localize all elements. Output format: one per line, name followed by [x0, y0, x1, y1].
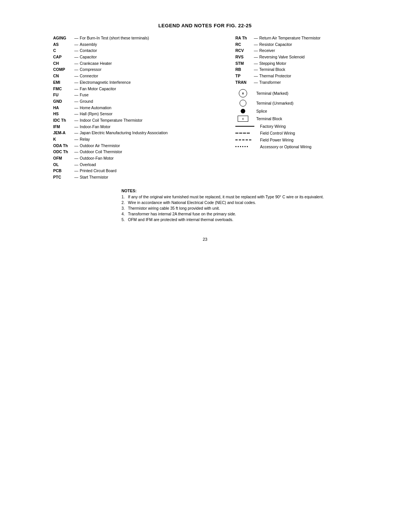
- field-power-wiring-icon: [235, 140, 254, 140]
- symbol-row: Terminal (Unmarked): [235, 100, 357, 107]
- legend-row: IFM—Indoor-Fan Motor: [53, 124, 228, 130]
- legend-key: PTC: [53, 174, 73, 180]
- legend-dash: —: [73, 48, 80, 53]
- legend-dash: —: [73, 80, 80, 85]
- legend-value: Overload: [80, 162, 228, 168]
- accessory-wiring-icon: [235, 146, 254, 147]
- legend-dash: —: [252, 61, 259, 66]
- legend-value: Hall (Rpm) Sensor: [80, 111, 228, 117]
- legend-key: CH: [53, 61, 73, 66]
- legend-dash: —: [73, 168, 80, 174]
- legend-row: RVS—Reversing Valve Solenoid: [235, 54, 357, 60]
- legend-dash: —: [73, 54, 80, 60]
- legend-row: RCV—Receiver: [235, 48, 357, 53]
- terminal-marked-icon: x: [235, 89, 251, 97]
- legend-row: PTC—Start Thermistor: [53, 174, 228, 180]
- legend-row: ODC Th—Outdoor Coil Thermistor: [53, 149, 228, 155]
- legend-key: OL: [53, 162, 73, 168]
- main-content: AGING—For Burn-In Test (short these term…: [53, 35, 357, 181]
- legend-dash: —: [73, 105, 80, 111]
- note-number: 2.: [121, 200, 126, 205]
- note-text: OFM and IFM are protected with internal …: [128, 217, 233, 222]
- legend-value: Compressor: [80, 67, 228, 72]
- legend-row: K—Relay: [53, 137, 228, 142]
- legend-key: ODA Th: [53, 143, 73, 149]
- legend-key: AS: [53, 42, 73, 47]
- legend-dash: —: [73, 149, 80, 155]
- note-number: 4.: [121, 212, 126, 216]
- legend-dash: —: [73, 35, 80, 41]
- page-title: LEGEND AND NOTES FOR FIG. 22-25: [53, 23, 357, 28]
- splice-icon: [235, 109, 251, 113]
- legend-key: GND: [53, 99, 73, 104]
- legend-dash: —: [73, 67, 80, 72]
- legend-key: EMI: [53, 80, 73, 85]
- notes-section: NOTES: 1.If any of the original wire fur…: [53, 188, 357, 222]
- legend-value: Indoor-Fan Motor: [80, 124, 228, 130]
- legend-row: CN—Connector: [53, 73, 228, 79]
- legend-row: OL—Overload: [53, 162, 228, 168]
- legend-value: Outdoor-Fan Motor: [80, 155, 228, 161]
- note-text: Wire in accordance with National Electri…: [128, 200, 256, 205]
- legend-value: Fuse: [80, 92, 228, 98]
- legend-dash: —: [252, 54, 259, 60]
- legend-row: AS—Assembly: [53, 42, 228, 47]
- legend-key: RA Th: [235, 35, 252, 41]
- legend-value: Crankcase Heater: [80, 61, 228, 66]
- legend-key: JEM-A: [53, 130, 73, 136]
- legend-dash: —: [73, 118, 80, 123]
- terminal-block-icon: x: [235, 116, 251, 122]
- legend-row: CAP—Capacitor: [53, 54, 228, 60]
- legend-row: EMI—Electromagnetic Interference: [53, 80, 228, 85]
- legend-row: JEM-A—Japan Electric Manufacturing Indus…: [53, 130, 228, 136]
- legend-dash: —: [73, 124, 80, 130]
- legend-row: OFM—Outdoor-Fan Motor: [53, 155, 228, 161]
- legend-dash: —: [73, 73, 80, 79]
- legend-dash: —: [252, 67, 259, 72]
- legend-value: Stepping Motor: [259, 61, 357, 66]
- factory-wiring-icon: [235, 126, 254, 127]
- note-item: 2.Wire in accordance with National Elect…: [121, 200, 357, 205]
- legend-key: TP: [235, 73, 252, 79]
- legend-dash: —: [252, 73, 259, 79]
- note-item: 3.Thermistor wiring cable 35 ft long pro…: [121, 206, 357, 210]
- legend-value: Thermal Protector: [259, 73, 357, 79]
- symbol-row: xTerminal Block: [235, 116, 357, 122]
- legend-row: IDC Th—Indoor Coil Temperature Thermisto…: [53, 118, 228, 123]
- legend-value: Ground: [80, 99, 228, 104]
- note-number: 3.: [121, 206, 126, 210]
- notes-title: NOTES:: [121, 188, 357, 193]
- legend-row: RA Th—Return Air Temperature Thermistor: [235, 35, 357, 41]
- legend-key: RVS: [235, 54, 252, 60]
- legend-key: TRAN: [235, 80, 252, 85]
- legend-row: ODA Th—Outdoor Air Thermistor: [53, 143, 228, 149]
- legend-value: Connector: [80, 73, 228, 79]
- legend-dash: —: [252, 35, 259, 41]
- legend-key: C: [53, 48, 73, 53]
- legend-value: Capacitor: [80, 54, 228, 60]
- legend-key: STM: [235, 61, 252, 66]
- legend-value: Assembly: [80, 42, 228, 47]
- note-item: 4.Transformer has internal 2A thermal fu…: [121, 212, 357, 216]
- legend-key: FMC: [53, 86, 73, 92]
- legend-row: TP—Thermal Protector: [235, 73, 357, 79]
- note-text: Thermistor wiring cable 35 ft long provi…: [128, 206, 220, 210]
- field-control-wiring-icon: [235, 133, 254, 133]
- symbol-label: Terminal (Marked): [256, 91, 289, 96]
- legend-value: Return Air Temperature Thermistor: [259, 35, 357, 41]
- legend-key: HA: [53, 105, 73, 111]
- symbol-label: Accessory or Optional Wiring: [260, 144, 311, 149]
- legend-key: ODC Th: [53, 149, 73, 155]
- symbol-row: Accessory or Optional Wiring: [235, 144, 357, 149]
- legend-value: Relay: [80, 137, 228, 142]
- legend-key: RCV: [235, 48, 252, 53]
- legend-key: RC: [235, 42, 252, 47]
- legend-key: FU: [53, 92, 73, 98]
- legend-dash: —: [73, 61, 80, 66]
- legend-key: CAP: [53, 54, 73, 60]
- legend-dash: —: [252, 48, 259, 53]
- legend-key: COMP: [53, 67, 73, 72]
- page: LEGEND AND NOTES FOR FIG. 22-25AGING—For…: [34, 0, 376, 532]
- legend-dash: —: [73, 137, 80, 142]
- symbol-label: Terminal Block: [256, 116, 282, 121]
